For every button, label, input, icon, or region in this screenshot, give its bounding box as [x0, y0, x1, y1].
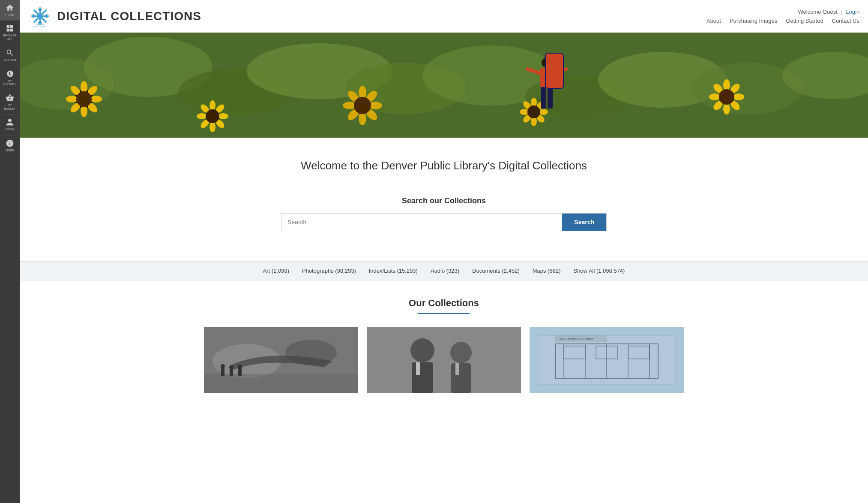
collections-section: Our Collections	[20, 280, 868, 406]
category-bar: Art (1,098) Photographs (98,293) Index/L…	[20, 261, 868, 280]
search-input[interactable]	[281, 214, 562, 231]
hero-svg	[20, 33, 868, 138]
sidebar-item-home[interactable]: HOME	[0, 0, 20, 21]
sidebar-item-history-label: MY HISTORY	[2, 79, 18, 87]
nav-getting-started[interactable]: Getting Started	[786, 18, 823, 24]
sidebar-item-more-label: MORE	[6, 149, 15, 152]
category-documents[interactable]: Documents (2,452)	[472, 268, 520, 274]
svg-point-63	[723, 103, 730, 114]
logo-area: DENVER PUBLIC LIBRARY DIGITAL COLLECTION…	[28, 4, 201, 28]
search-button[interactable]: Search	[562, 214, 606, 231]
svg-point-25	[90, 96, 102, 102]
card-1-image	[204, 327, 358, 393]
svg-point-29	[66, 96, 78, 102]
site-header: DENVER PUBLIC LIBRARY DIGITAL COLLECTION…	[20, 0, 868, 33]
nav-purchasing[interactable]: Purchasing Images	[730, 18, 777, 24]
svg-point-34	[218, 113, 228, 119]
category-art[interactable]: Art (1,098)	[263, 268, 289, 274]
svg-point-58	[527, 105, 540, 118]
svg-rect-91	[367, 327, 521, 393]
sidebar: HOME BROWSE ALL SEARCH MY HISTORY MY BAS…	[0, 0, 20, 503]
svg-rect-78	[221, 367, 224, 376]
welcome-text: Welcome Guest	[798, 9, 838, 15]
svg-rect-72	[541, 87, 546, 108]
sidebar-item-search[interactable]: SEARCH	[0, 45, 20, 66]
sidebar-item-search-label: SEARCH	[3, 58, 16, 62]
svg-point-36	[210, 122, 216, 132]
welcome-divider	[332, 179, 555, 179]
svg-text:DENVER: DENVER	[36, 24, 45, 26]
search-icon	[6, 48, 14, 57]
svg-text:PUBLIC LIBRARY: PUBLIC LIBRARY	[34, 26, 47, 27]
svg-point-61	[733, 93, 744, 100]
svg-point-68	[542, 57, 552, 68]
hero-painting	[20, 33, 868, 138]
collection-cards: 147 California St, Denver	[28, 327, 859, 393]
search-section: Search our Collections Search	[28, 196, 859, 244]
svg-text:147 California St, Denver: 147 California St, Denver	[560, 337, 593, 340]
person-icon	[6, 118, 14, 127]
header-right: Welcome Guest | Login About Purchasing I…	[706, 9, 859, 24]
nav-about[interactable]: About	[706, 18, 721, 24]
header-divider: |	[841, 9, 842, 15]
collections-divider	[418, 313, 470, 314]
sidebar-item-basket[interactable]: MY BASKET	[0, 90, 20, 114]
welcome-title: Welcome to the Denver Public Library's D…	[28, 159, 859, 172]
category-index-lists[interactable]: Index/Lists (15,293)	[369, 268, 418, 274]
svg-rect-73	[548, 87, 553, 108]
sidebar-item-login[interactable]: LOGIN	[0, 114, 20, 135]
dpl-logo: DENVER PUBLIC LIBRARY	[28, 4, 52, 28]
svg-point-67	[719, 89, 734, 105]
basket-icon	[6, 93, 14, 102]
clock-icon	[6, 69, 14, 78]
search-heading: Search our Collections	[37, 196, 851, 205]
search-bar: Search	[281, 213, 607, 231]
svg-rect-77	[204, 374, 358, 393]
main-content: DENVER PUBLIC LIBRARY DIGITAL COLLECTION…	[20, 0, 868, 503]
collection-card-1[interactable]	[204, 327, 358, 393]
svg-point-31	[76, 91, 92, 107]
sidebar-item-home-label: HOME	[6, 13, 15, 17]
login-link[interactable]: Login	[846, 9, 859, 15]
svg-rect-82	[238, 368, 242, 376]
card-3-image: 147 California St, Denver	[530, 327, 684, 393]
svg-point-49	[354, 97, 371, 114]
svg-point-27	[81, 105, 87, 117]
svg-rect-69	[540, 68, 553, 87]
collections-title: Our Collections	[28, 298, 859, 309]
site-title: DIGITAL COLLECTIONS	[57, 9, 201, 23]
sidebar-item-basket-label: MY BASKET	[2, 103, 18, 111]
category-show-all[interactable]: Show All (1,098,574)	[573, 268, 625, 274]
collection-card-3[interactable]: 147 California St, Denver	[530, 327, 684, 393]
sidebar-item-login-label: LOGIN	[5, 128, 15, 131]
svg-point-65	[709, 93, 720, 100]
header-user-area: Welcome Guest | Login	[798, 9, 859, 15]
hero-banner	[20, 33, 868, 138]
svg-point-40	[206, 109, 219, 123]
info-icon	[6, 139, 14, 148]
category-photographs[interactable]: Photographs (98,293)	[302, 268, 356, 274]
collection-card-2[interactable]	[367, 327, 521, 393]
svg-point-79	[221, 364, 225, 368]
main-nav: About Purchasing Images Getting Started …	[706, 18, 859, 24]
category-audio[interactable]: Audio (323)	[431, 268, 459, 274]
home-icon	[6, 3, 14, 12]
nav-contact[interactable]: Contact Us	[832, 18, 859, 24]
svg-point-23	[81, 81, 87, 93]
svg-point-59	[723, 79, 730, 90]
welcome-section: Welcome to the Denver Public Library's D…	[20, 138, 868, 257]
card-2-image	[367, 327, 521, 393]
grid-icon	[6, 24, 14, 33]
sidebar-item-browse-label: BROWSE ALL	[2, 34, 18, 41]
sidebar-item-browse[interactable]: BROWSE ALL	[0, 21, 20, 45]
sidebar-item-more[interactable]: MORE	[0, 136, 20, 156]
svg-point-32	[210, 100, 216, 111]
svg-point-83	[238, 364, 242, 369]
category-maps[interactable]: Maps (862)	[533, 268, 561, 274]
svg-point-38	[197, 113, 207, 119]
svg-point-8	[39, 15, 42, 18]
sidebar-item-history[interactable]: MY HISTORY	[0, 66, 20, 90]
svg-point-81	[229, 365, 233, 370]
svg-rect-80	[230, 369, 233, 376]
